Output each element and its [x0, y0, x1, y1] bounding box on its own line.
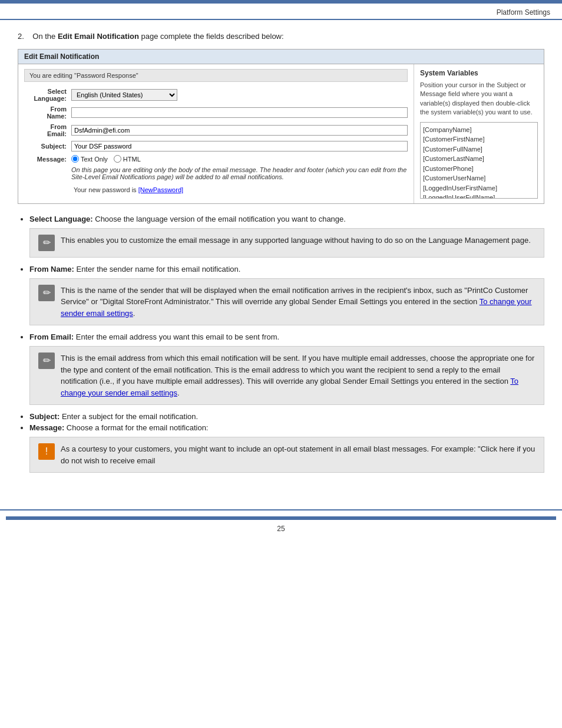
edit-email-title: Edit Email Notification	[18, 50, 544, 64]
subject-field[interactable]	[71, 141, 408, 151]
bullet-select-language-label: Select Language: Choose the language ver…	[29, 215, 346, 223]
note-select-language-text: This enables you to customize the email …	[61, 235, 535, 246]
text-only-radio[interactable]	[71, 155, 79, 163]
bullet-message: Message: Choose a format for the email n…	[29, 423, 544, 473]
text-only-text: Text Only	[81, 156, 108, 163]
message-body-text: Your new password is [NewPassword]	[74, 186, 183, 193]
sys-var-item[interactable]: [CustomerFirstName]	[423, 134, 535, 144]
from-email-field[interactable]	[71, 125, 408, 136]
pencil-icon-3: ✏	[38, 353, 55, 369]
sys-var-item[interactable]: [CustomerPhone]	[423, 164, 535, 174]
system-variables-panel: System Variables Position your cursor in…	[414, 64, 544, 203]
new-password-link[interactable]: [NewPassword]	[138, 186, 183, 193]
text-only-label[interactable]: Text Only	[71, 155, 108, 163]
message-desc-text: On this page you are editing only the bo…	[71, 166, 406, 180]
step-intro-bold: Edit Email Notification	[58, 32, 139, 41]
page-header: Platform Settings	[0, 4, 562, 20]
note-from-email: ✏ This is the email address from which t…	[29, 346, 544, 405]
select-language-field[interactable]: English (United States)	[71, 89, 408, 101]
step-intro-rest: page complete the fields described below…	[139, 32, 284, 41]
message-description: On this page you are editing only the bo…	[71, 166, 408, 180]
select-language-label: SelectLanguage:	[24, 88, 71, 102]
system-variables-description: Position your cursor in the Subject or M…	[420, 81, 538, 117]
from-email-link[interactable]: To change your sender email settings	[61, 377, 518, 397]
sys-var-item[interactable]: [CompanyName]	[423, 125, 535, 135]
sys-var-item[interactable]: [CustomerUserName]	[423, 173, 535, 183]
main-content: 2. On the Edit Email Notification page c…	[0, 20, 562, 498]
bullet-from-email-label: From Email: Enter the email address you …	[29, 332, 279, 341]
step-number: 2.	[18, 32, 24, 41]
system-variables-list[interactable]: [CompanyName][CustomerFirstName][Custome…	[420, 122, 538, 199]
note-from-name: ✏ This is the name of the sender that wi…	[29, 278, 544, 326]
subject-row: Subject:	[24, 141, 408, 151]
pencil-icon: ✏	[38, 235, 55, 251]
step-intro: 2. On the Edit Email Notification page c…	[18, 32, 544, 41]
bullet-select-language: Select Language: Choose the language ver…	[29, 215, 544, 258]
from-name-field[interactable]	[71, 107, 408, 118]
from-name-label: FromName:	[24, 106, 71, 120]
message-format-label: Message:	[24, 156, 71, 163]
message-body-preview: Your new password is [NewPassword]	[71, 184, 408, 196]
note-from-name-text: This is the name of the sender that will…	[61, 285, 535, 319]
pencil-icon-2: ✏	[38, 285, 55, 301]
from-email-label: FromEmail:	[24, 123, 71, 137]
subject-label: Subject:	[24, 143, 71, 150]
footer-bar	[6, 516, 556, 520]
editing-notice: You are editing "Password Response"	[24, 69, 408, 82]
page-footer: 25	[0, 509, 562, 539]
note-warning-text: As a courtesy to your customers, you mig…	[61, 443, 535, 466]
bullets-list: Select Language: Choose the language ver…	[18, 215, 544, 473]
from-name-input[interactable]	[71, 107, 408, 118]
bullet-from-name: From Name: Enter the sender name for thi…	[29, 265, 544, 326]
system-variables-title: System Variables	[420, 69, 538, 77]
message-format-group: Text Only HTML	[71, 155, 141, 163]
note-from-email-text: This is the email address from which thi…	[61, 353, 535, 398]
from-name-link[interactable]: To change your sender email settings	[61, 297, 532, 318]
edit-email-notification-box: Edit Email Notification You are editing …	[18, 49, 544, 204]
subject-input[interactable]	[71, 141, 408, 151]
from-name-row: FromName:	[24, 106, 408, 120]
sys-var-item[interactable]: [CustomerFullName]	[423, 144, 535, 154]
page-number: 25	[277, 525, 285, 533]
language-select[interactable]: English (United States)	[71, 89, 177, 101]
note-select-language: ✏ This enables you to customize the emai…	[29, 228, 544, 258]
message-format-row: Message: Text Only HTML	[24, 155, 408, 163]
html-text: HTML	[123, 156, 141, 163]
warning-icon: !	[38, 443, 55, 460]
edit-email-form: You are editing "Password Response" Sele…	[18, 64, 414, 203]
header-title: Platform Settings	[497, 8, 550, 17]
bullet-subject: Subject: Enter a subject for the email n…	[29, 412, 544, 421]
html-radio[interactable]	[114, 155, 121, 163]
sys-var-item[interactable]: [LoggedInUserFullName]	[423, 193, 535, 199]
html-label[interactable]: HTML	[114, 155, 141, 163]
from-email-row: FromEmail:	[24, 123, 408, 137]
bullet-from-name-label: From Name: Enter the sender name for thi…	[29, 265, 240, 274]
from-email-input[interactable]	[71, 125, 408, 136]
step-intro-text: On the	[32, 32, 58, 41]
sys-var-item[interactable]: [CustomerLastName]	[423, 154, 535, 164]
bullet-from-email: From Email: Enter the email address you …	[29, 332, 544, 405]
note-warning: ! As a courtesy to your customers, you m…	[29, 437, 544, 473]
edit-email-inner: You are editing "Password Response" Sele…	[18, 64, 544, 203]
select-language-row: SelectLanguage: English (United States)	[24, 88, 408, 102]
sys-var-item[interactable]: [LoggedInUserFirstName]	[423, 183, 535, 193]
